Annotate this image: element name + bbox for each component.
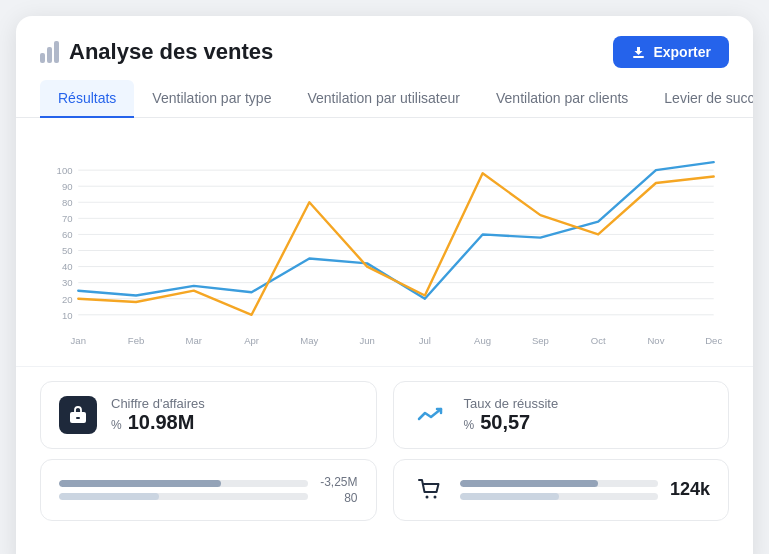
stat-chiffre-affaires: Chiffre d'affaires % 10.98M — [40, 381, 377, 449]
cart-bar-fill-2 — [460, 493, 559, 500]
svg-text:Jul: Jul — [419, 334, 431, 345]
sub-value-1: -3,25M — [320, 475, 357, 489]
svg-text:60: 60 — [62, 229, 73, 240]
svg-text:40: 40 — [62, 261, 73, 272]
export-button[interactable]: Exporter — [613, 36, 729, 68]
mini-stat-bars: -3,25M 80 — [40, 459, 377, 521]
svg-text:Mar: Mar — [186, 334, 203, 345]
svg-text:Dec: Dec — [705, 334, 722, 345]
stat-chiffre-label: Chiffre d'affaires — [111, 396, 358, 411]
stat-chiffre-percent: % — [111, 418, 122, 432]
header-left: Analyse des ventes — [40, 39, 273, 65]
blue-series — [78, 162, 713, 299]
export-label: Exporter — [653, 44, 711, 60]
svg-text:Sep: Sep — [532, 334, 549, 345]
line-chart: 102030405060708090100 JanFebMarAprMayJun… — [40, 134, 729, 354]
tab-levier-succes[interactable]: Levier de succès — [646, 80, 753, 118]
sub-value-2: 80 — [344, 491, 357, 505]
svg-point-35 — [425, 495, 428, 498]
progress-bar-fill-1 — [59, 480, 221, 487]
svg-rect-0 — [633, 56, 644, 58]
x-axis: JanFebMarAprMayJunJulAugSepOctNovDec — [71, 334, 723, 345]
stat-chiffre-content: Chiffre d'affaires % 10.98M — [111, 396, 358, 434]
tab-ventilation-type[interactable]: Ventilation par type — [134, 80, 289, 118]
svg-text:90: 90 — [62, 181, 73, 192]
svg-text:80: 80 — [62, 197, 73, 208]
orange-series — [78, 173, 713, 314]
briefcase-icon — [59, 396, 97, 434]
stat-taux-value: 50,57 — [480, 411, 530, 434]
svg-text:Aug: Aug — [474, 334, 491, 345]
svg-text:Feb: Feb — [128, 334, 144, 345]
svg-text:10: 10 — [62, 309, 73, 320]
stats-row: Chiffre d'affaires % 10.98M Taux de réus… — [16, 366, 753, 449]
stat-taux-label: Taux de réussite — [464, 396, 711, 411]
tab-ventilation-utilisateur[interactable]: Ventilation par utilisateur — [289, 80, 478, 118]
svg-point-36 — [433, 495, 436, 498]
stat-taux-reussite: Taux de réussite % 50,57 — [393, 381, 730, 449]
cart-icon — [412, 472, 448, 508]
cart-progress-bars — [460, 480, 658, 500]
svg-text:50: 50 — [62, 245, 73, 256]
stat-taux-percent: % — [464, 418, 475, 432]
svg-text:100: 100 — [57, 164, 73, 175]
progress-bar-track-1 — [59, 480, 308, 487]
chart-area: 102030405060708090100 JanFebMarAprMayJun… — [16, 118, 753, 362]
svg-text:Nov: Nov — [647, 334, 664, 345]
sub-values: -3,25M 80 — [320, 475, 357, 505]
svg-text:Oct: Oct — [591, 334, 606, 345]
bar-chart-icon — [40, 41, 59, 63]
cart-bar-track-1 — [460, 480, 658, 487]
svg-text:30: 30 — [62, 277, 73, 288]
svg-text:May: May — [300, 334, 318, 345]
svg-rect-34 — [76, 417, 80, 419]
tab-ventilation-clients[interactable]: Ventilation par clients — [478, 80, 646, 118]
card-header: Analyse des ventes Exporter — [16, 16, 753, 80]
cart-bar-track-2 — [460, 493, 658, 500]
svg-text:Apr: Apr — [244, 334, 260, 345]
tab-resultats[interactable]: Résultats — [40, 80, 134, 118]
page-title: Analyse des ventes — [69, 39, 273, 65]
stat-taux-content: Taux de réussite % 50,57 — [464, 396, 711, 434]
main-card: Analyse des ventes Exporter Résultats Ve… — [16, 16, 753, 554]
cart-bar-fill-1 — [460, 480, 599, 487]
download-icon — [631, 45, 646, 60]
tabs-bar: Résultats Ventilation par type Ventilati… — [16, 80, 753, 118]
progress-bar-track-2 — [59, 493, 308, 500]
trend-icon — [412, 396, 450, 434]
progress-bar-fill-2 — [59, 493, 159, 500]
cart-value: 124k — [670, 479, 710, 500]
bottom-row: -3,25M 80 124k — [16, 449, 753, 541]
svg-text:20: 20 — [62, 293, 73, 304]
svg-text:Jun: Jun — [359, 334, 374, 345]
svg-text:Jan: Jan — [71, 334, 86, 345]
mini-stat-cart: 124k — [393, 459, 730, 521]
svg-text:70: 70 — [62, 213, 73, 224]
progress-bars — [59, 480, 308, 500]
stat-chiffre-value: 10.98M — [128, 411, 195, 434]
